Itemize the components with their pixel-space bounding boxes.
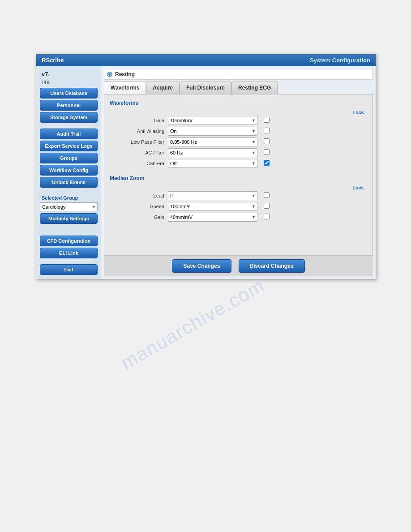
median-zoom-lead-lock-checkbox[interactable] <box>264 192 270 198</box>
sidebar-btn-workflow-config[interactable]: Workflow Config <box>40 165 98 176</box>
waveforms-cabrera-label: Cabrera <box>110 161 168 166</box>
median-zoom-speed-label: Speed <box>110 204 168 209</box>
save-changes-button[interactable]: Save Changes <box>172 259 231 273</box>
resting-label: Resting <box>115 71 135 77</box>
resting-radio[interactable] <box>107 72 112 77</box>
median-zoom-lead-select[interactable]: I II III aVR aVL aVF <box>168 191 257 200</box>
selected-group-select[interactable]: Cardiology <box>40 202 98 211</box>
tabs-bar: Waveforms Acquire Full Disclosure Restin… <box>104 82 373 94</box>
sidebar-btn-export-service-logs[interactable]: Export Service Logs <box>40 141 98 151</box>
sidebar-btn-modality-settings[interactable]: Modality Settings <box>40 213 98 224</box>
waveforms-gain-select[interactable]: 5mm/mV 10mm/mV 20mm/mV <box>168 116 257 125</box>
discard-changes-button[interactable]: Discard Changes <box>239 259 305 273</box>
bottom-bar: Save Changes Discard Changes <box>104 255 373 276</box>
median-zoom-lead-label: Lead <box>110 193 168 198</box>
tab-resting-ecg[interactable]: Resting ECG <box>231 82 278 94</box>
waveforms-lowpass-label: Low Pass Filter <box>110 139 168 145</box>
selected-group-label: Selected Group <box>40 193 98 202</box>
sidebar-btn-cfd-configuration[interactable]: CFD Configuration <box>40 236 98 246</box>
median-zoom-lock-header: Lock <box>349 185 367 190</box>
tab-waveforms[interactable]: Waveforms <box>104 82 146 94</box>
waveforms-gain-label: Gain <box>110 118 168 123</box>
waveforms-cabrera-select[interactable]: Off On <box>168 159 257 168</box>
median-zoom-gain-row: Gain 5mm/mV 10mm/mV 20mm/mV 40mm/mV ▼ <box>110 213 367 222</box>
waveforms-lowpass-select[interactable]: 0.05-300 Hz 0.05-150 Hz 0.05-40 Hz <box>168 137 257 146</box>
median-zoom-gain-label: Gain <box>110 215 168 220</box>
tab-full-disclosure[interactable]: Full Disclosure <box>180 82 231 94</box>
waveforms-acfilter-row: AC Filter 60 Hz 50 Hz Off ▼ <box>110 148 367 157</box>
median-zoom-gain-lock-checkbox[interactable] <box>264 214 270 219</box>
waveforms-lowpass-row: Low Pass Filter 0.05-300 Hz 0.05-150 Hz … <box>110 137 367 146</box>
waveforms-lowpass-lock-checkbox[interactable] <box>264 138 270 144</box>
sidebar-btn-eli-link[interactable]: ELI Link <box>40 248 98 258</box>
app-title: RScribe <box>42 57 64 64</box>
tab-content-waveforms: Waveforms Lock Gain 5mm/mV 10mm/mV 20mm/… <box>104 94 373 255</box>
waveforms-cabrera-row: Cabrera Off On ▼ <box>110 159 367 168</box>
waveforms-antialiasing-select[interactable]: On Off <box>168 127 257 136</box>
median-zoom-speed-row: Speed 25mm/s 50mm/s 100mm/s ▼ <box>110 202 367 211</box>
sidebar-btn-exit[interactable]: Exit <box>40 264 98 275</box>
waveforms-antialiasing-label: Anti-Aliasing <box>110 129 168 134</box>
udi-label: UDI: <box>40 80 98 85</box>
sidebar: v7. UDI: Users Database Personnel Storag… <box>36 66 101 279</box>
window-title: System Configuration <box>310 57 370 64</box>
sidebar-btn-personnel[interactable]: Personnel <box>40 100 98 111</box>
waveforms-acfilter-select[interactable]: 60 Hz 50 Hz Off <box>168 148 257 157</box>
content-area: Resting Waveforms Acquire Full Disclosur… <box>101 66 376 279</box>
version-label: v7. <box>40 70 98 78</box>
waveforms-section-title: Waveforms <box>110 100 367 106</box>
waveforms-lock-header: Lock <box>349 110 367 115</box>
watermark: manuarchive.com <box>117 275 268 374</box>
sidebar-btn-users-database[interactable]: Users Database <box>40 88 98 99</box>
median-zoom-speed-lock-checkbox[interactable] <box>264 203 270 209</box>
waveforms-antialiasing-lock-checkbox[interactable] <box>264 128 270 133</box>
waveforms-acfilter-lock-checkbox[interactable] <box>264 149 270 155</box>
median-zoom-lead-row: Lead I II III aVR aVL aVF ▼ <box>110 191 367 200</box>
waveforms-acfilter-label: AC Filter <box>110 150 168 155</box>
resting-header: Resting <box>104 69 373 80</box>
sidebar-btn-groups[interactable]: Groups <box>40 153 98 163</box>
waveforms-gain-row: Gain 5mm/mV 10mm/mV 20mm/mV ▼ <box>110 116 367 125</box>
sidebar-btn-audit-trail[interactable]: Audit Trail <box>40 129 98 139</box>
sidebar-btn-unlock-exams[interactable]: Unlock Exams <box>40 177 98 188</box>
waveforms-antialiasing-row: Anti-Aliasing On Off ▼ <box>110 127 367 136</box>
median-zoom-speed-select[interactable]: 25mm/s 50mm/s 100mm/s <box>168 202 257 211</box>
median-zoom-section-title: Median Zoom <box>110 175 367 181</box>
median-zoom-gain-select[interactable]: 5mm/mV 10mm/mV 20mm/mV 40mm/mV <box>168 213 257 222</box>
tab-acquire[interactable]: Acquire <box>146 82 180 94</box>
sidebar-btn-storage-system[interactable]: Storage System <box>40 112 98 123</box>
waveforms-cabrera-lock-checkbox[interactable] <box>264 160 270 166</box>
waveforms-gain-lock-checkbox[interactable] <box>264 117 270 123</box>
